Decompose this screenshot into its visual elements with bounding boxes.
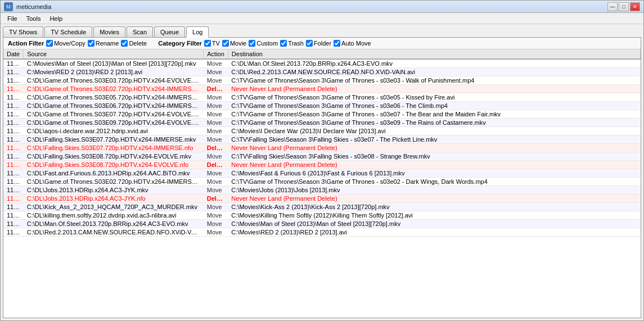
- content-area: Action Filter Move/Copy Rename Delete Ca…: [3, 37, 641, 318]
- filter-auto-move: Auto Move: [334, 40, 371, 47]
- menu-tools[interactable]: Tools: [22, 14, 46, 23]
- log-table-container[interactable]: Date Source Action Destination 11/16/201…: [3, 49, 641, 318]
- table-header-row: Date Source Action Destination: [3, 49, 641, 59]
- cell-action: Move: [204, 93, 228, 102]
- cell-action: Move: [204, 220, 228, 228]
- cell-dest: Never Never Land (Permanent Delete): [228, 144, 640, 152]
- tab-scan[interactable]: Scan: [127, 26, 153, 37]
- cell-source: C:\DL\Game.of.Thrones.S03E02.720p.HDTV.x…: [24, 85, 204, 93]
- title-bar: M meticumedia — □ ✕: [1, 1, 643, 13]
- filter-auto-move-label: Auto Move: [341, 40, 371, 47]
- cell-source: C:\DL\Falling.Skies.S03E07.720p.HDTV.x26…: [24, 135, 204, 144]
- cell-action: Delete: [204, 85, 228, 93]
- table-row: 11/16/2014 1:59:43 PMC:\DL\aqos-i.declar…: [3, 127, 641, 135]
- filter-trash-checkbox[interactable]: [280, 40, 287, 47]
- cell-date: 11/16/2014 1:59:43 PM: [3, 110, 24, 119]
- cell-source: C:\DL\Falling.Skies.S03E08.720p.HDTV.x26…: [24, 152, 204, 161]
- cell-source: C:\DL\killing.them.softly.2012.dvdrip.xv…: [24, 211, 204, 220]
- filter-delete-checkbox[interactable]: [121, 40, 128, 47]
- table-row: 11/16/2014 1:59:43 PMC:\DL\Falling.Skies…: [3, 152, 641, 161]
- header-source: Source: [24, 49, 204, 59]
- cell-date: 11/16/2014 1:59:43 PM: [3, 178, 24, 186]
- cell-source: C:\DL\Game.of.Thrones.S03E07.720p.HDTV.x…: [24, 110, 204, 119]
- cell-dest: C:\TV\Game of Thrones\Season 3\Game of T…: [228, 178, 640, 186]
- tab-tv-shows[interactable]: TV Shows: [3, 26, 43, 37]
- cell-action: Move: [204, 228, 228, 237]
- main-window: M meticumedia — □ ✕ File Tools Help TV S…: [0, 0, 644, 321]
- filter-trash: Trash: [280, 40, 304, 47]
- table-row: 11/16/2014 1:59:43 PMC:\DL\Fast.and.Furi…: [3, 169, 641, 178]
- cell-action: Move: [204, 135, 228, 144]
- tab-queue[interactable]: Queue: [154, 26, 185, 37]
- table-row: 11/16/2014 1:59:43 PMC:\DL\Game.of.Thron…: [3, 119, 641, 127]
- table-row: 11/16/2014 1:59:43 PMC:\DL\Game.of.Thron…: [3, 102, 641, 110]
- cell-date: 11/16/2014 1:59:44 PM: [3, 203, 24, 211]
- filter-move-copy: Move/Copy: [46, 40, 85, 47]
- table-row: 11/16/2014 1:59:43 PMC:\DL\Game.of.Thron…: [3, 85, 641, 93]
- cell-date: 11/16/2014 1:59:44 PM: [3, 220, 24, 228]
- filter-movie-label: Movie: [230, 40, 246, 47]
- filter-rename: Rename: [88, 40, 119, 47]
- filter-movie: Movie: [222, 40, 246, 47]
- tab-movies[interactable]: Movies: [93, 26, 125, 37]
- cell-action: Move: [204, 110, 228, 119]
- header-date: Date: [3, 49, 24, 59]
- tab-log[interactable]: Log: [186, 26, 209, 38]
- action-filter-label: Action Filter: [8, 40, 44, 47]
- app-icon: M: [4, 2, 13, 11]
- cell-source: C:\DL\Falling.Skies.S03E08.720p.HDTV.x26…: [24, 161, 204, 169]
- minimize-button[interactable]: —: [607, 2, 618, 11]
- cell-dest: C:\TV\Falling Skies\Season 3\Falling Ski…: [228, 152, 640, 161]
- cell-action: Delete: [204, 144, 228, 152]
- cell-dest: C:\TV\Game of Thrones\Season 3\Game of T…: [228, 102, 640, 110]
- cell-source: C:\Movies\RED 2 (2013)\RED 2 [2013].avi: [24, 68, 204, 76]
- title-bar-left: M meticumedia: [4, 2, 51, 11]
- menu-bar: File Tools Help: [1, 13, 643, 24]
- filter-tv-label: TV: [212, 40, 220, 47]
- cell-date: 11/16/2014 1:40:26 PM: [3, 68, 24, 76]
- filter-trash-label: Trash: [288, 40, 304, 47]
- log-table: Date Source Action Destination 11/16/201…: [3, 49, 641, 237]
- cell-date: 11/16/2014 1:59:43 PM: [3, 93, 24, 102]
- cell-source: C:\DL\Game.of.Thrones.S03E02.720p.HDTV.x…: [24, 178, 204, 186]
- cell-action: Move: [204, 102, 228, 110]
- table-row: 11/16/2014 1:40:26 PMC:\Movies\Man of St…: [3, 59, 641, 68]
- window-controls: — □ ✕: [607, 2, 640, 11]
- filter-tv: TV: [204, 40, 220, 47]
- table-row: 11/16/2014 1:59:43 PMC:\DL\Game.of.Thron…: [3, 178, 641, 186]
- cell-date: 11/16/2014 1:59:43 PM: [3, 119, 24, 127]
- filter-tv-checkbox[interactable]: [204, 40, 211, 47]
- filter-movie-checkbox[interactable]: [222, 40, 229, 47]
- tab-tv-schedule[interactable]: TV Schedule: [44, 26, 92, 37]
- cell-action: Move: [204, 186, 228, 195]
- table-row: 11/16/2014 1:59:43 PMC:\DL\Falling.Skies…: [3, 161, 641, 169]
- cell-action: Delete: [204, 195, 228, 203]
- filter-bar: Action Filter Move/Copy Rename Delete Ca…: [3, 38, 641, 49]
- cell-date: 11/16/2014 1:59:43 PM: [3, 102, 24, 110]
- filter-move-copy-checkbox[interactable]: [46, 40, 53, 47]
- cell-source: C:\DL\Fast.and.Furious.6.2013.HDRip.x264…: [24, 169, 204, 178]
- filter-auto-move-checkbox[interactable]: [334, 40, 340, 47]
- filter-custom-checkbox[interactable]: [249, 40, 255, 47]
- maximize-button[interactable]: □: [619, 2, 629, 11]
- filter-rename-checkbox[interactable]: [88, 40, 94, 47]
- cell-date: 11/16/2014 1:59:43 PM: [3, 85, 24, 93]
- cell-date: 11/16/2014 1:59:43 PM: [3, 127, 24, 135]
- table-row: 11/16/2014 1:59:44 PMC:\DL\Kick_Ass_2_20…: [3, 203, 641, 211]
- table-row: 11/16/2014 1:59:44 PMC:\DL\Red.2.2013.CA…: [3, 228, 641, 237]
- cell-dest: Never Never Land (Permanent Delete): [228, 195, 640, 203]
- menu-file[interactable]: File: [3, 14, 22, 23]
- table-row: 11/16/2014 1:59:43 PMC:\DL\Game.of.Thron…: [3, 93, 641, 102]
- header-action: Action: [204, 49, 228, 59]
- cell-date: 11/16/2014 1:40:26 PM: [3, 59, 24, 68]
- close-button[interactable]: ✕: [630, 2, 640, 11]
- cell-date: 11/16/2014 1:59:43 PM: [3, 186, 24, 195]
- cell-action: Move: [204, 76, 228, 85]
- cell-date: 11/16/2014 1:59:43 PM: [3, 161, 24, 169]
- menu-help[interactable]: Help: [45, 14, 67, 23]
- cell-action: Move: [204, 59, 228, 68]
- filter-folder-checkbox[interactable]: [306, 40, 313, 47]
- cell-date: 11/16/2014 1:59:44 PM: [3, 195, 24, 203]
- cell-dest: C:\DL\Red.2.2013.CAM.NEW.SOURCE.READ.NFO…: [228, 68, 640, 76]
- tabs-bar: TV Shows TV Schedule Movies Scan Queue L…: [1, 24, 643, 37]
